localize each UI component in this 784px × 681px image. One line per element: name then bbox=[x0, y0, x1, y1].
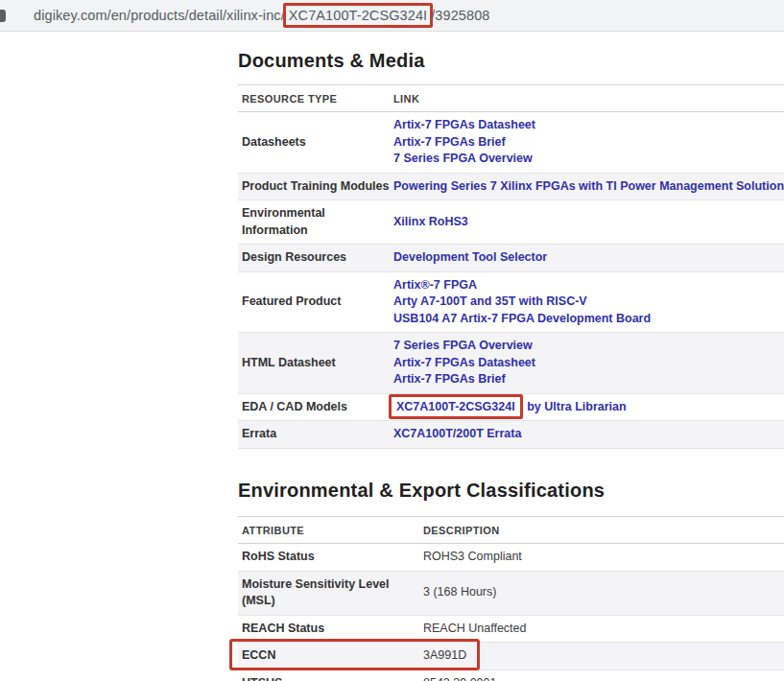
documents-media-rows: DatasheetsArtix-7 FPGAs DatasheetArtix-7… bbox=[238, 112, 784, 449]
table-row: HTML Datasheet7 Series FPGA OverviewArti… bbox=[238, 333, 784, 394]
table-row: DatasheetsArtix-7 FPGAs DatasheetArtix-7… bbox=[238, 112, 784, 174]
row-label: EDA / CAD Models bbox=[238, 399, 390, 416]
row-label: HTSUS bbox=[238, 675, 419, 681]
table-row: RoHS StatusROHS3 Compliant bbox=[238, 544, 784, 572]
documents-media-section: Documents & Media RESOURCE TYPE LINK Dat… bbox=[238, 48, 784, 449]
resource-link[interactable]: Arty A7-100T and 35T with RISC-V bbox=[393, 294, 587, 311]
row-label: Errata bbox=[238, 426, 390, 443]
row-value: 8542.39.0001 bbox=[419, 675, 784, 681]
resource-link[interactable]: Xilinx RoHS3 bbox=[393, 214, 468, 231]
row-links: Artix®-7 FPGAArty A7-100T and 35T with R… bbox=[390, 277, 784, 328]
row-links: Artix-7 FPGAs DatasheetArtix-7 FPGAs Bri… bbox=[390, 117, 784, 168]
column-header-resource-type: RESOURCE TYPE bbox=[238, 93, 390, 105]
row-label: Featured Product bbox=[238, 294, 390, 311]
table-header-row: ATTRIBUTE DESCRIPTION bbox=[238, 517, 784, 544]
table-row: Featured ProductArtix®-7 FPGAArty A7-100… bbox=[238, 272, 784, 334]
table-row: ErrataXC7A100T/200T Errata bbox=[238, 421, 784, 449]
row-links: Development Tool Selector bbox=[390, 249, 784, 267]
resource-link[interactable]: Artix-7 FPGAs Datasheet bbox=[393, 117, 535, 134]
documents-media-title: Documents & Media bbox=[238, 48, 784, 73]
url-highlighted-part-number: XC7A100T-2CSG324I bbox=[289, 8, 427, 23]
row-links: 7 Series FPGA OverviewArtix-7 FPGAs Data… bbox=[390, 338, 784, 388]
resource-link[interactable]: Artix-7 FPGAs Datasheet bbox=[393, 355, 535, 372]
table-row: EDA / CAD ModelsXC7A100T-2CSG324I by Ult… bbox=[238, 394, 784, 422]
row-links: XC7A100T/200T Errata bbox=[390, 426, 784, 443]
resource-link[interactable]: Artix®-7 FPGA bbox=[393, 277, 477, 294]
resource-link[interactable]: Artix-7 FPGAs Brief bbox=[393, 134, 506, 152]
row-value: 3A991D bbox=[419, 647, 784, 665]
row-label: Datasheets bbox=[238, 134, 390, 152]
resource-link[interactable]: Artix-7 FPGAs Brief bbox=[393, 371, 506, 388]
resource-link[interactable]: XC7A100T-2CSG324I by Ultra Librarian bbox=[393, 399, 627, 416]
resource-link[interactable]: 7 Series FPGA Overview bbox=[393, 151, 533, 168]
row-value: ROHS3 Compliant bbox=[419, 549, 784, 566]
site-favicon-icon bbox=[0, 10, 6, 22]
resource-link[interactable]: XC7A100T/200T Errata bbox=[393, 426, 521, 443]
column-header-description: DESCRIPTION bbox=[419, 525, 784, 536]
table-row: Design ResourcesDevelopment Tool Selecto… bbox=[238, 245, 784, 272]
resource-link[interactable]: Development Tool Selector bbox=[393, 249, 547, 267]
table-row: Product Training ModulesPowering Series … bbox=[238, 174, 784, 201]
documents-media-table: RESOURCE TYPE LINK DatasheetsArtix-7 FPG… bbox=[238, 84, 784, 449]
browser-address-bar[interactable]: digikey.com/en/products/detail/xilinx-in… bbox=[0, 0, 784, 32]
row-label: HTML Datasheet bbox=[238, 355, 390, 372]
part-number-highlight-box: XC7A100T-2CSG324I bbox=[389, 394, 523, 419]
row-value: 3 (168 Hours) bbox=[419, 584, 784, 601]
row-value: REACH Unaffected bbox=[419, 621, 784, 638]
table-row: ECCN3A991D bbox=[238, 643, 784, 670]
environmental-export-title: Environmental & Export Classifications bbox=[238, 478, 784, 503]
url-prefix: digikey.com/en/products/detail/xilinx-in… bbox=[34, 8, 285, 23]
row-label: Design Resources bbox=[238, 249, 390, 267]
row-label: RoHS Status bbox=[238, 549, 419, 566]
row-links: XC7A100T-2CSG324I by Ultra Librarian bbox=[390, 399, 784, 416]
url-suffix: /3925808 bbox=[431, 8, 489, 23]
url-highlight-box: XC7A100T-2CSG324I bbox=[283, 3, 433, 28]
table-row: Moisture Sensitivity Level (MSL)3 (168 H… bbox=[238, 572, 784, 616]
table-row: REACH StatusREACH Unaffected bbox=[238, 616, 784, 644]
table-header-row: RESOURCE TYPE LINK bbox=[238, 85, 784, 112]
page-url: digikey.com/en/products/detail/xilinx-in… bbox=[34, 8, 489, 23]
column-header-link: LINK bbox=[390, 93, 784, 105]
resource-link[interactable]: 7 Series FPGA Overview bbox=[393, 338, 533, 355]
row-label: ECCN bbox=[238, 647, 419, 665]
row-label: REACH Status bbox=[238, 621, 419, 638]
row-label: Moisture Sensitivity Level (MSL) bbox=[238, 576, 419, 610]
environmental-export-table: ATTRIBUTE DESCRIPTION RoHS StatusROHS3 C… bbox=[238, 516, 784, 681]
environmental-export-rows: RoHS StatusROHS3 CompliantMoisture Sensi… bbox=[238, 544, 784, 681]
table-row: HTSUS8542.39.0001 bbox=[238, 670, 784, 681]
resource-link[interactable]: USB104 A7 Artix-7 FPGA Development Board bbox=[393, 311, 651, 328]
row-label: Environmental Information bbox=[238, 205, 390, 239]
row-links: Powering Series 7 Xilinx FPGAs with TI P… bbox=[390, 178, 784, 196]
row-label: Product Training Modules bbox=[238, 178, 390, 196]
row-links: Xilinx RoHS3 bbox=[390, 214, 784, 231]
column-header-attribute: ATTRIBUTE bbox=[238, 525, 419, 536]
table-row: Environmental InformationXilinx RoHS3 bbox=[238, 200, 784, 245]
environmental-export-section: Environmental & Export Classifications A… bbox=[238, 478, 784, 681]
resource-link[interactable]: Powering Series 7 Xilinx FPGAs with TI P… bbox=[393, 178, 784, 196]
